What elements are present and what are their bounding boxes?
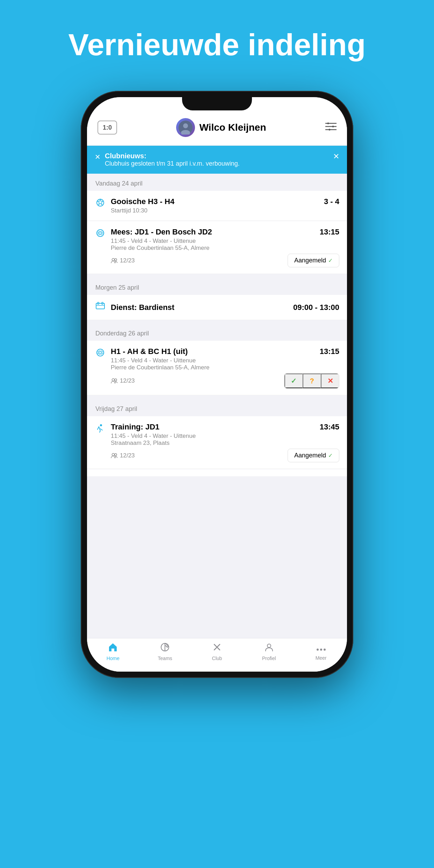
home-label: Home — [107, 656, 120, 661]
nav-item-meer[interactable]: Meer — [295, 643, 347, 661]
match-icon — [95, 198, 106, 210]
dienst-icon — [95, 302, 106, 313]
event-title: H1 - AH & BC H1 (uit) — [111, 347, 317, 356]
dienst-time: 09:00 - 13:00 — [293, 303, 339, 312]
page-headline: Vernieuwde indeling — [0, 0, 434, 83]
svg-point-30 — [317, 649, 319, 651]
section-header-tomorrow: Morgen 25 april — [87, 278, 347, 295]
score-icon[interactable]: 1:0 — [97, 121, 117, 135]
news-title: Clubnieuws: — [105, 152, 329, 160]
event-members: 12/23 — [111, 377, 135, 384]
response-maybe-button[interactable]: ? — [303, 374, 321, 388]
event-details: H1 - AH & BC H1 (uit) 13:15 11:45 - Veld… — [111, 347, 339, 389]
training-icon — [95, 423, 106, 435]
svg-point-25 — [115, 454, 117, 456]
dienst-card: Dienst: Bardienst 09:00 - 13:00 — [87, 295, 347, 320]
event-details: Mees: JD1 - Den Bosch JD2 13:15 11:45 - … — [111, 227, 339, 267]
phone-screen: 1:0 Wilco Kleijnen — [87, 97, 347, 672]
event-time: 13:15 — [320, 227, 339, 237]
profiel-icon — [265, 643, 274, 654]
section-header-friday: Vrijdag 27 april — [87, 399, 347, 416]
event-members: 12/23 — [111, 257, 135, 264]
section-header-thursday: Donderdag 26 april — [87, 324, 347, 341]
event-location: Pierre de Coubertinlaan 55-A, Almere — [111, 364, 339, 371]
dienst-title: Dienst: Bardienst — [111, 303, 174, 312]
event-details: Training: JD1 13:45 11:45 - Veld 4 - Wat… — [111, 422, 339, 462]
section-header-today: Vandaag 24 april — [87, 174, 347, 191]
avatar — [176, 118, 195, 137]
event-title: Training: JD1 — [111, 422, 317, 432]
event-time: 13:45 — [320, 422, 339, 432]
notch — [182, 97, 252, 110]
svg-point-31 — [320, 649, 322, 651]
nav-item-profiel[interactable]: Profiel — [243, 643, 295, 661]
svg-point-12 — [112, 258, 115, 261]
club-icon — [212, 643, 222, 654]
event-subtitle: Starttijd 10:30 — [111, 207, 339, 214]
aangemeld-button-2[interactable]: Aangemeld ✓ — [288, 449, 339, 462]
teams-label: Teams — [158, 656, 172, 661]
bottom-nav: Home Teams — [87, 638, 347, 672]
user-name: Wilco Kleijnen — [199, 122, 266, 133]
event-card: Mees: JD1 - Den Bosch JD2 13:15 11:45 - … — [87, 221, 347, 274]
svg-point-23 — [100, 424, 102, 426]
event-card: Gooische H3 - H4 3 - 4 Starttijd 10:30 — [87, 191, 347, 221]
event-title: Gooische H3 - H4 — [111, 197, 321, 206]
news-banner: ✕ Clubnieuws: Clubhuis gesloten t/m 31 a… — [87, 146, 347, 174]
user-info: Wilco Kleijnen — [176, 118, 266, 137]
nav-item-home[interactable]: Home — [87, 643, 139, 661]
event-subtitle: 11:45 - Veld 4 - Water - Uittenue — [111, 357, 339, 364]
event-card: H1 - AH & BC H1 (uit) 13:15 11:45 - Veld… — [87, 341, 347, 395]
settings-icon[interactable] — [325, 122, 337, 134]
event-members: 12/23 — [111, 452, 135, 459]
response-buttons: ✓ ? ✕ — [284, 373, 339, 389]
news-content: Clubnieuws: Clubhuis gesloten t/m 31 apr… — [105, 152, 329, 167]
svg-point-18 — [97, 349, 104, 356]
match-icon — [95, 348, 106, 360]
meer-label: Meer — [316, 655, 327, 661]
profiel-label: Profiel — [262, 656, 276, 661]
svg-point-29 — [267, 644, 271, 648]
event-location: Straatnaam 23, Plaats — [111, 440, 339, 447]
response-yes-button[interactable]: ✓ — [284, 374, 303, 388]
aangemeld-button[interactable]: Aangemeld ✓ — [288, 254, 339, 267]
check-icon-2: ✓ — [328, 452, 333, 459]
meer-icon — [316, 643, 326, 654]
event-subtitle: 11:45 - Veld 4 - Water - Uittenue — [111, 433, 339, 440]
svg-point-1 — [183, 123, 188, 128]
svg-point-32 — [324, 649, 326, 651]
event-card: Training: JD1 13:45 11:45 - Veld 4 - Wat… — [87, 416, 347, 469]
nav-item-teams[interactable]: Teams — [139, 643, 191, 661]
event-location: Pierre de Coubertinlaan 55-A, Almere — [111, 245, 339, 252]
match-icon — [95, 228, 106, 240]
event-subtitle: 11:45 - Veld 4 - Water - Uittenue — [111, 238, 339, 245]
svg-point-21 — [112, 379, 115, 381]
events-list: Vandaag 24 april Gooische H3 - H4 3 - 4 — [87, 174, 347, 638]
event-time: 13:15 — [320, 347, 339, 356]
response-no-button[interactable]: ✕ — [321, 374, 339, 388]
event-score: 3 - 4 — [324, 197, 339, 206]
nav-item-club[interactable]: Club — [191, 643, 243, 661]
teams-icon — [160, 643, 169, 654]
svg-point-24 — [112, 453, 115, 456]
home-icon — [108, 643, 118, 654]
event-details: Gooische H3 - H4 3 - 4 Starttijd 10:30 — [111, 197, 339, 214]
news-dismiss-icon[interactable]: ✕ — [95, 153, 101, 161]
event-title: Mees: JD1 - Den Bosch JD2 — [111, 227, 317, 237]
svg-point-13 — [115, 259, 117, 261]
news-body: Clubhuis gesloten t/m 31 april i.v.m. ve… — [105, 160, 329, 167]
news-close-icon[interactable]: ✕ — [333, 152, 339, 161]
phone-frame: 1:0 Wilco Kleijnen — [81, 91, 353, 678]
check-icon: ✓ — [328, 257, 333, 264]
svg-point-9 — [97, 230, 104, 237]
club-label: Club — [212, 656, 222, 661]
svg-point-22 — [115, 379, 117, 381]
